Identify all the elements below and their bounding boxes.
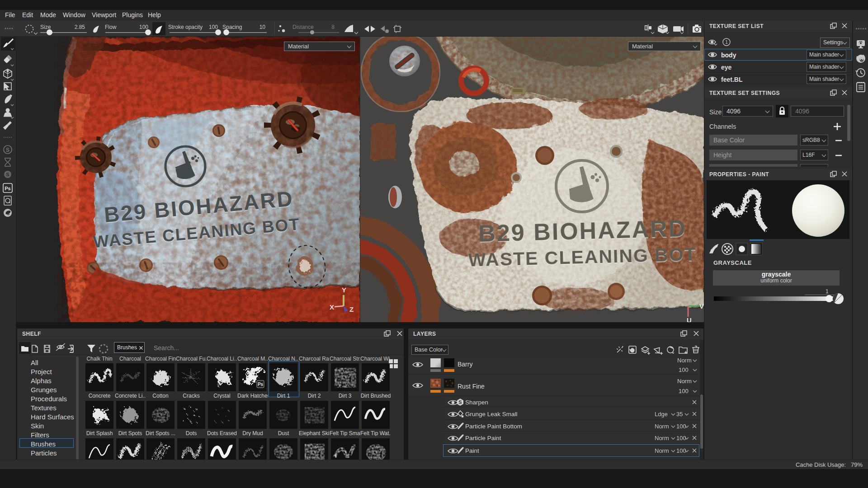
svg-text:Ps: Ps (5, 186, 10, 191)
svg-text:S: S (7, 211, 9, 216)
svg-text:B29 BIOHAZARD: B29 BIOHAZARD (478, 215, 687, 247)
svg-text:S: S (458, 399, 462, 405)
svg-text:Z: Z (349, 305, 354, 313)
svg-text:Ps: Ps (258, 382, 264, 387)
svg-text:S: S (6, 147, 9, 153)
svg-text:S: S (6, 172, 9, 177)
svg-text:1: 1 (725, 40, 728, 45)
svg-text:V: V (699, 302, 704, 310)
svg-text:Y: Y (342, 286, 346, 294)
svg-text:X: X (330, 303, 334, 311)
svg-text:U: U (687, 316, 692, 322)
